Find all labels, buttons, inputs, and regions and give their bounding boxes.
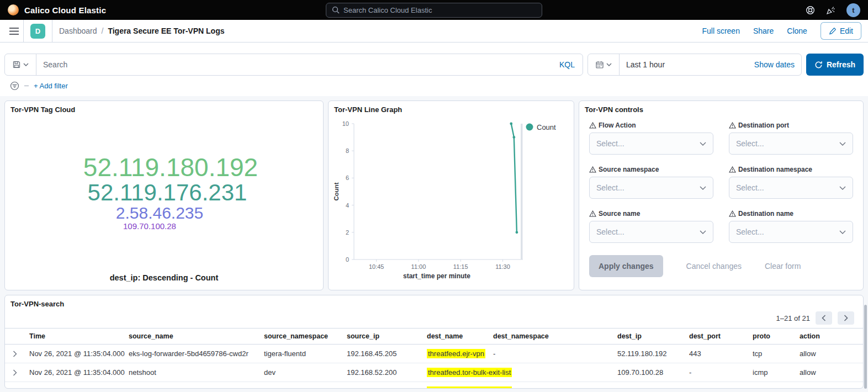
panel-controls: Tor-VPN controls Flow ActionSelect...Des… — [579, 100, 864, 290]
chevron-down-icon — [839, 230, 846, 234]
clear-form-button[interactable]: Clear form — [765, 262, 801, 271]
breadcrumb-dashboard[interactable]: Dashboard — [59, 27, 97, 35]
cell-dest-port: - — [685, 382, 748, 389]
saved-query-menu-button[interactable] — [5, 54, 36, 75]
column-header-proto[interactable]: proto — [748, 329, 795, 345]
share-button[interactable]: Share — [753, 27, 774, 35]
controls-grid: Flow ActionSelect...Destination portSele… — [579, 114, 863, 243]
warning-icon — [589, 166, 596, 173]
control-label: Destination port — [729, 121, 853, 129]
column-header-source-namespace[interactable]: source_namespace — [260, 329, 342, 345]
cell-time: Nov 26, 2021 @ 11:35:04.000 — [25, 363, 124, 382]
select-destination-port[interactable]: Select... — [729, 133, 853, 155]
warning-icon — [729, 210, 736, 217]
svg-text:10: 10 — [342, 120, 349, 127]
select-source-namespace[interactable]: Select... — [589, 177, 713, 199]
cell-proto: icmp — [748, 363, 795, 382]
filter-icon[interactable] — [10, 81, 19, 91]
cell-source-ip: 192.168.45.205 — [342, 345, 422, 363]
space-badge: D — [30, 24, 45, 39]
avatar[interactable]: t — [846, 3, 860, 17]
menu-icon[interactable] — [4, 20, 23, 42]
global-search[interactable] — [326, 3, 542, 18]
control-field-flow-action: Flow ActionSelect... — [589, 121, 713, 155]
chevron-down-icon — [839, 142, 846, 146]
column-header-dest-namespace[interactable]: dest_namespace — [489, 329, 613, 345]
cell-source-ip: 192.168.52.200 — [342, 382, 422, 389]
legend-count[interactable]: Count — [526, 123, 557, 131]
control-field-destination-name: Destination nameSelect... — [729, 210, 853, 243]
cell-dest-ip: 109.70.100.28 — [613, 363, 685, 382]
search-input[interactable] — [36, 60, 552, 69]
next-page-button[interactable] — [838, 311, 854, 325]
control-field-source-name: Source nameSelect... — [589, 210, 713, 243]
select-destination-name[interactable]: Select... — [729, 221, 853, 243]
control-field-destination-port: Destination portSelect... — [729, 121, 853, 155]
cell-action: allow — [795, 345, 864, 363]
app-title: Calico Cloud Elastic — [24, 6, 106, 15]
column-header-source-ip[interactable]: source_ip — [342, 329, 422, 345]
time-picker-group: Last 1 hour Show dates — [588, 54, 802, 76]
column-header-dest-ip[interactable]: dest_ip — [613, 329, 685, 345]
svg-text:2: 2 — [346, 229, 349, 236]
column-header-dest-port[interactable]: dest_port — [685, 329, 748, 345]
show-dates-button[interactable]: Show dates — [748, 54, 801, 75]
tag-2-58-46-235[interactable]: 2.58.46.235 — [116, 205, 203, 222]
expand-row-button[interactable] — [5, 363, 25, 382]
divider — [52, 20, 52, 43]
cell-source-namespace: dev — [260, 363, 342, 382]
tag-52-119-176-231[interactable]: 52.119.176.231 — [88, 181, 247, 204]
global-search-input[interactable] — [343, 6, 536, 14]
panel-tag-cloud: Tor-VPN Tag Cloud 52.119.180.19252.119.1… — [4, 100, 324, 290]
time-range-value[interactable]: Last 1 hour — [620, 54, 748, 75]
previous-page-button[interactable] — [816, 311, 832, 325]
refresh-button[interactable]: Refresh — [806, 54, 864, 76]
page-scrollbar[interactable] — [864, 305, 867, 389]
search-results-table: Timesource_namesource_namespacesource_ip… — [5, 328, 864, 389]
control-field-destination-namespace: Destination namespaceSelect... — [729, 166, 853, 199]
highlighted-value: threatfeed.tor-bulk-exit-list — [427, 386, 512, 389]
tag-52-119-180-192[interactable]: 52.119.180.192 — [83, 155, 258, 181]
tag-cloud: 52.119.180.19252.119.176.2312.58.46.2351… — [5, 112, 323, 273]
clone-button[interactable]: Clone — [787, 27, 807, 35]
select-flow-action[interactable]: Select... — [589, 133, 713, 155]
cancel-changes-button[interactable]: Cancel changes — [686, 262, 742, 271]
column-header-source-name[interactable]: source_name — [124, 329, 260, 345]
warning-icon — [589, 210, 596, 217]
chevron-down-icon — [23, 63, 29, 66]
cell-dest-port: - — [685, 363, 748, 382]
select-destination-namespace[interactable]: Select... — [729, 177, 853, 199]
expand-row-button[interactable] — [5, 382, 25, 389]
line-chart: 024681010:4511:0011:1511:30Countstart_ti… — [329, 114, 574, 290]
svg-text:8: 8 — [346, 147, 349, 154]
select-source-name[interactable]: Select... — [589, 221, 713, 243]
svg-text:6: 6 — [346, 174, 349, 181]
tag-109-70-100-28[interactable]: 109.70.100.28 — [123, 222, 176, 230]
filter-bar: + Add filter — [4, 76, 864, 96]
full-screen-button[interactable]: Full screen — [702, 27, 739, 35]
pagination: 1–21 of 21 — [5, 308, 863, 328]
expand-row-button[interactable] — [5, 345, 25, 363]
panel-line-graph: Tor-VPN Line Graph 024681010:4511:0011:1… — [328, 100, 574, 290]
calendar-menu-button[interactable] — [588, 54, 620, 75]
cell-time: Nov 26, 2021 @ 11:34:54.000 — [25, 382, 124, 389]
add-filter-button[interactable]: + Add filter — [34, 82, 68, 90]
column-header-dest-name[interactable]: dest_name — [422, 329, 489, 345]
column-header-time[interactable]: Time — [25, 329, 124, 345]
newsfeed-icon[interactable] — [826, 6, 835, 15]
table-header-row: Timesource_namesource_namespacesource_ip… — [5, 329, 864, 345]
cell-source-name: netshoot — [124, 363, 260, 382]
cell-action: allow — [795, 382, 864, 389]
cell-source-name: eks-log-forwarder-5bd4659786-cwd2r — [124, 345, 260, 363]
chevron-down-icon — [700, 186, 706, 190]
kql-button[interactable]: KQL — [552, 54, 583, 75]
column-header-action[interactable]: action — [795, 329, 864, 345]
edit-button[interactable]: Edit — [821, 22, 861, 40]
help-icon[interactable] — [806, 6, 815, 15]
apply-changes-button[interactable]: Apply changes — [589, 255, 663, 277]
breadcrumb-separator: / — [102, 27, 104, 35]
top-app-bar: Calico Cloud Elastic t — [0, 0, 868, 20]
cell-dest-name: threatfeed.ejr-vpn — [422, 345, 489, 363]
highlighted-value: threatfeed.tor-bulk-exit-list — [427, 368, 512, 377]
pagination-label: 1–21 of 21 — [776, 314, 810, 322]
